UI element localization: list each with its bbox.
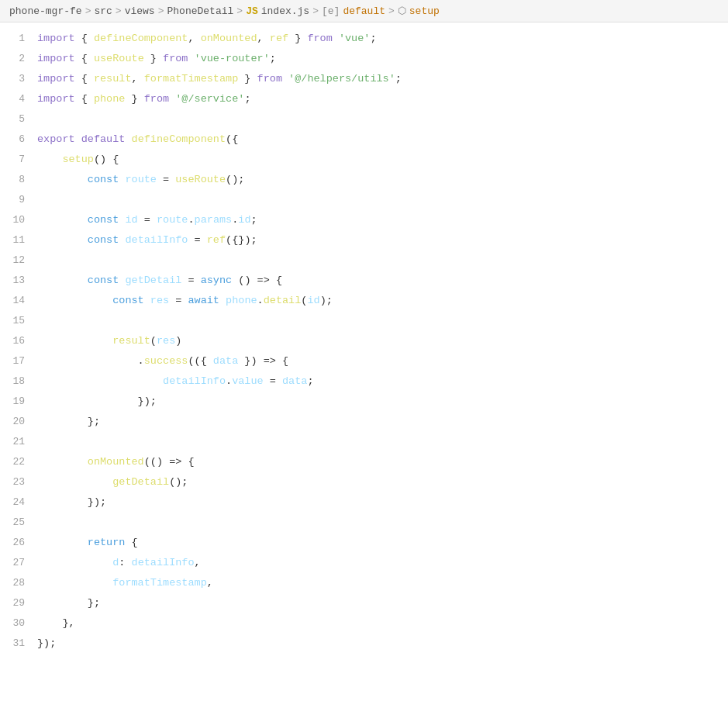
code-line-3: import { result, formatTimestamp } from … [37,69,719,89]
code-line-5 [37,109,719,130]
breadcrumb-phonedetail[interactable]: PhoneDetail [167,5,233,17]
code-line-13: const getDetail = async () => { [37,271,719,291]
code-lines: import { defineComponent, onMounted, ref… [37,29,728,654]
code-line-22: onMounted(() => { [37,452,719,472]
breadcrumb-indexjs[interactable]: index.js [261,5,309,17]
code-line-10: const id = route.params.id; [37,210,719,230]
code-line-27: d: detailInfo, [37,553,719,573]
sep3: > [158,5,164,17]
breadcrumb-default[interactable]: default [343,5,385,17]
code-line-30: }, [37,613,719,634]
code-line-20: }; [37,412,719,432]
code-line-26: return { [37,533,719,553]
code-line-8: const route = useRoute(); [37,170,719,190]
line-numbers: 1 2 3 4 5 6 7 8 9 10 11 12 13 14 15 16 1… [0,29,37,654]
code-editor: 1 2 3 4 5 6 7 8 9 10 11 12 13 14 15 16 1… [0,22,728,660]
code-line-16: result(res) [37,331,719,351]
code-line-28: formatTimestamp, [37,573,719,593]
code-line-6: export default defineComponent({ [37,130,719,150]
code-line-14: const res = await phone.detail(id); [37,291,719,311]
sep2: > [116,5,122,17]
breadcrumb-src[interactable]: src [94,5,112,17]
code-line-1: import { defineComponent, onMounted, ref… [37,29,719,49]
code-line-15 [37,311,719,331]
code-line-31: }); [37,634,719,654]
code-line-19: }); [37,392,719,412]
breadcrumb-e-icon: [e] [322,5,340,17]
breadcrumb-phonemgr[interactable]: phone-mgr-fe [9,5,82,17]
breadcrumb-cube-icon: ⬡ [398,5,406,17]
code-line-4: import { phone } from '@/service'; [37,89,719,109]
sep6: > [388,5,395,17]
code-line-11: const detailInfo = ref({}); [37,230,719,250]
breadcrumb-views[interactable]: views [125,5,155,17]
code-line-9 [37,190,719,210]
code-line-18: detailInfo.value = data; [37,371,719,392]
code-line-21 [37,432,719,452]
code-line-29: }; [37,593,719,613]
code-line-25 [37,513,719,533]
code-line-17: .success(({ data }) => { [37,351,719,371]
code-line-23: getDetail(); [37,472,719,492]
code-line-24: }); [37,492,719,513]
sep5: > [312,5,319,17]
code-line-12 [37,250,719,271]
code-line-7: setup() { [37,150,719,170]
breadcrumb-js-badge: JS [246,5,258,17]
breadcrumb-setup[interactable]: setup [409,5,440,17]
sep1: > [85,5,91,17]
sep4: > [236,5,243,17]
breadcrumb: phone-mgr-fe > src > views > PhoneDetail… [0,0,728,22]
code-line-2: import { useRoute } from 'vue-router'; [37,49,719,69]
